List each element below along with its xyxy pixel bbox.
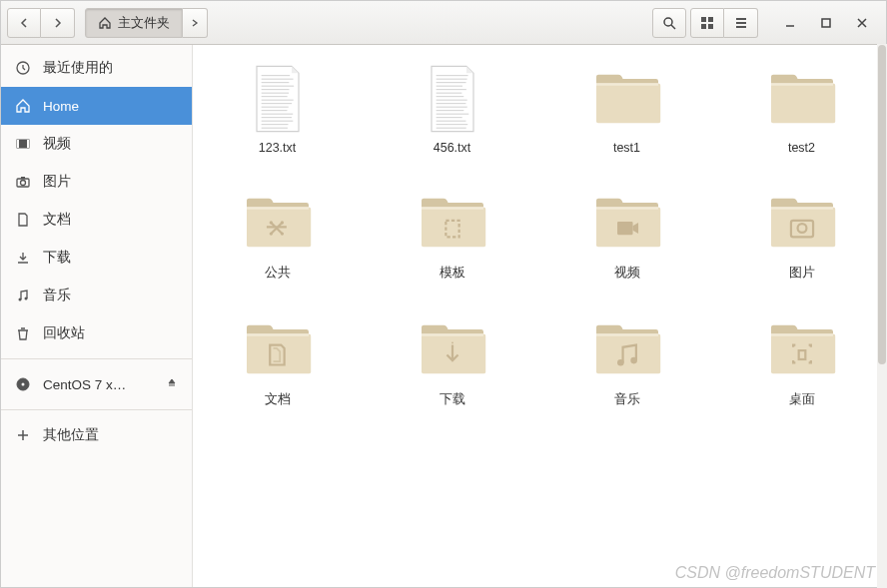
sidebar-item-other[interactable]: 其他位置 [1,416,192,454]
file-item[interactable]: 视频 [552,187,701,282]
maximize-button[interactable] [808,8,844,38]
svg-point-63 [451,341,453,343]
clock-icon [15,60,31,76]
scrollbar[interactable] [877,44,887,588]
minimize-button[interactable] [772,8,808,38]
svg-rect-17 [21,177,25,179]
svg-line-1 [671,25,675,29]
pathbar: 主文件夹 [85,8,208,38]
svg-point-0 [664,18,672,26]
svg-rect-2 [701,17,706,22]
eject-icon[interactable] [166,377,178,392]
file-item[interactable]: 456.txt [378,63,526,155]
forward-button[interactable] [41,8,75,38]
file-item[interactable]: test2 [727,63,876,155]
sidebar-item-pictures[interactable]: 图片 [1,163,192,201]
sidebar-item-recent[interactable]: 最近使用的 [1,49,192,87]
file-label: 模板 [440,265,465,282]
view-group [690,8,758,38]
file-label: 文档 [265,391,291,408]
file-label: 桌面 [789,391,815,408]
sidebar: 最近使用的 Home 视频 图片 文档 下载 音乐 回收站 CentOS 7 x… [1,45,193,587]
svg-point-21 [22,383,25,386]
file-icon [240,313,316,385]
music-icon [15,288,31,303]
sidebar-item-trash[interactable]: 回收站 [1,314,192,352]
file-icon [589,187,665,259]
file-icon [764,313,840,385]
sidebar-item-label: Home [43,99,79,114]
file-icon [415,63,490,135]
sidebar-item-label: 最近使用的 [43,59,113,77]
svg-point-64 [617,359,624,366]
svg-rect-4 [701,24,706,29]
path-label: 主文件夹 [118,14,170,32]
icon-view-button[interactable] [690,8,724,38]
file-icon [240,187,316,259]
file-item[interactable]: 下载 [378,313,526,408]
svg-point-65 [630,357,637,364]
sidebar-item-label: 文档 [43,211,71,229]
sidebar-item-home[interactable]: Home [1,87,192,125]
svg-point-19 [25,297,28,300]
video-icon [15,136,31,152]
svg-rect-5 [708,24,713,29]
sidebar-item-label: 下载 [43,249,71,267]
svg-point-57 [280,232,283,235]
file-icon [240,63,316,135]
list-view-button[interactable] [724,8,758,38]
home-icon [15,98,31,114]
sidebar-item-device[interactable]: CentOS 7 x… [1,365,192,403]
search-icon [662,16,676,30]
path-segment-home[interactable]: 主文件夹 [85,8,183,38]
svg-rect-13 [17,140,19,148]
file-icon [589,313,665,385]
file-icon [764,63,840,135]
scrollbar-thumb[interactable] [878,45,886,364]
svg-rect-14 [27,140,29,148]
file-label: 视频 [614,265,640,282]
path-expand[interactable] [183,8,208,38]
file-item[interactable]: 123.txt [203,63,352,155]
file-label: 456.txt [434,141,471,155]
close-button[interactable] [844,8,880,38]
disc-icon [15,376,31,392]
sidebar-item-label: 回收站 [43,324,85,342]
file-item[interactable]: 公共 [203,187,352,282]
sidebar-item-downloads[interactable]: 下载 [1,239,192,277]
file-label: test1 [613,141,640,155]
svg-rect-3 [708,17,713,22]
grid-icon [700,16,714,30]
window-controls [772,8,880,38]
sidebar-item-documents[interactable]: 文档 [1,201,192,239]
svg-point-56 [269,221,272,224]
search-button[interactable] [652,8,686,38]
svg-rect-10 [822,19,830,27]
toolbar: 主文件夹 [1,1,886,45]
sidebar-item-label: 音乐 [43,287,71,304]
file-item[interactable]: 音乐 [552,313,701,408]
file-item[interactable]: 图片 [727,187,876,282]
body: 最近使用的 Home 视频 图片 文档 下载 音乐 回收站 CentOS 7 x… [1,45,886,587]
download-icon [15,250,31,266]
file-item[interactable]: 文档 [203,313,352,408]
file-label: 下载 [440,391,465,408]
file-label: 图片 [789,265,815,282]
home-icon [98,16,112,30]
sidebar-item-label: 图片 [43,173,71,191]
content-area: 123.txt456.txttest1test2公共模板视频图片文档下载音乐桌面 [193,45,886,587]
file-icon [415,187,490,259]
sidebar-item-videos[interactable]: 视频 [1,125,192,163]
document-icon [15,212,31,228]
back-button[interactable] [7,8,41,38]
svg-point-62 [450,346,452,348]
file-item[interactable]: test1 [552,63,701,155]
file-item[interactable]: 模板 [378,187,526,282]
sidebar-item-music[interactable]: 音乐 [1,277,192,314]
svg-rect-59 [617,222,633,235]
file-manager-window: 主文件夹 最近使用的 Home 视频 图片 文档 下载 音乐 回收站 CentO… [0,0,887,588]
file-grid: 123.txt456.txttest1test2公共模板视频图片文档下载音乐桌面 [203,63,876,408]
svg-point-16 [21,181,26,186]
file-item[interactable]: 桌面 [727,313,876,408]
sidebar-separator [1,409,192,410]
